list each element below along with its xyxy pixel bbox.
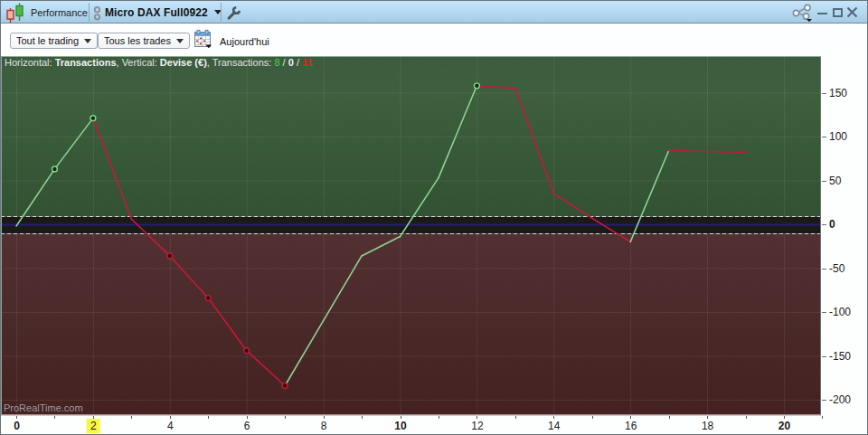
x-axis-label: 18	[698, 419, 717, 433]
titlebar-separator	[89, 3, 90, 22]
chevron-down-icon	[176, 39, 184, 43]
x-axis-label: 20	[775, 419, 794, 433]
candlestick-icon	[6, 2, 24, 24]
minimize-button[interactable]	[816, 1, 829, 24]
titlebar-separator-3	[221, 3, 222, 22]
y-axis: 150100500-50-100-150-200	[822, 56, 867, 416]
trading-filter-dropdown[interactable]: Tout le trading	[10, 33, 98, 49]
x-axis-tick	[285, 416, 286, 419]
performance-chart[interactable]	[1, 56, 822, 416]
x-axis: 02468101214161820	[1, 416, 867, 434]
y-axis-label: 50	[829, 175, 841, 187]
calendar-icon	[193, 30, 213, 50]
y-axis-label: -50	[829, 262, 844, 275]
y-axis-tick	[822, 312, 826, 313]
chevron-down-icon	[84, 39, 91, 43]
x-axis-tick	[362, 416, 363, 419]
instrument-selector[interactable]: Micro DAX Full0922	[105, 1, 222, 24]
x-axis-tick	[208, 416, 209, 419]
x-axis-label: 12	[467, 419, 486, 433]
x-axis-tick	[592, 416, 593, 419]
y-axis-label: 0	[829, 218, 835, 231]
y-axis-label: -200	[829, 393, 851, 406]
y-axis-tick	[822, 269, 826, 270]
trades-filter-label: Tous les trades	[104, 35, 171, 46]
x-axis-label: 4	[164, 419, 177, 433]
legend-transactions-label: Transactions:	[212, 57, 272, 68]
legend-losses-count: 11	[302, 57, 313, 68]
legend-horizontal-value: Transactions	[55, 57, 117, 68]
x-axis-label: 14	[544, 419, 563, 433]
settings-button[interactable]	[226, 1, 241, 24]
legend-vertical-label: Vertical:	[122, 57, 157, 68]
y-axis-tick	[822, 400, 826, 401]
y-axis-label: 150	[829, 87, 847, 99]
legend-horizontal-label: Horizontal:	[5, 57, 52, 68]
y-axis-label: -150	[829, 350, 851, 363]
x-axis-tick	[439, 416, 439, 419]
y-axis-tick	[822, 137, 826, 137]
legend-neutral-count: 0	[288, 57, 294, 68]
y-axis-tick	[822, 181, 826, 182]
y-axis-tick	[822, 356, 826, 357]
legend-vertical-value: Devise (€)	[160, 57, 207, 68]
watermark: ProRealTime.com	[4, 402, 83, 413]
x-axis-label: 0	[10, 419, 24, 433]
chart-legend: Horizontal: Transactions, Vertical: Devi…	[5, 57, 313, 68]
performance-tab-label: Performance	[31, 7, 88, 18]
performance-tab[interactable]: Performance	[6, 1, 88, 24]
x-axis-label: 8	[317, 419, 331, 433]
x-axis-tick	[746, 416, 747, 419]
maximize-icon	[833, 8, 843, 17]
window-titlebar: Performance Micro DAX Full0922	[1, 1, 867, 24]
instrument-label: Micro DAX Full0922	[105, 6, 208, 19]
x-axis-tick	[515, 416, 516, 419]
filter-toolbar: Tout le trading Tous les trades	[1, 24, 867, 56]
x-axis-tick	[54, 416, 55, 419]
y-axis-tick	[822, 93, 826, 94]
y-axis-label: 100	[829, 130, 847, 143]
x-axis-label: 10	[391, 419, 410, 433]
calendar-button[interactable]	[193, 30, 213, 53]
x-axis-label: 6	[241, 419, 254, 433]
trading-filter-label: Tout le trading	[16, 35, 79, 46]
y-axis-tick	[822, 224, 826, 225]
x-axis-tick	[822, 416, 823, 419]
share-button[interactable]	[789, 1, 815, 24]
trades-filter-dropdown[interactable]: Tous les trades	[98, 33, 190, 49]
wrench-icon	[226, 4, 241, 21]
minimize-icon	[817, 13, 827, 14]
x-axis-label: 2	[87, 419, 100, 433]
share-icon	[790, 4, 814, 22]
x-axis-label: 16	[621, 419, 640, 433]
maximize-button[interactable]	[830, 1, 844, 24]
performance-window: Performance Micro DAX Full0922	[0, 0, 868, 435]
x-axis-tick	[669, 416, 670, 419]
y-axis-label: -100	[829, 306, 851, 318]
close-button[interactable]	[844, 1, 860, 24]
close-icon	[846, 6, 858, 18]
x-axis-tick	[131, 416, 132, 419]
legend-wins-count: 8	[274, 57, 279, 68]
drag-grip-icon[interactable]	[91, 1, 103, 24]
date-label: Aujourd'hui	[220, 36, 269, 47]
